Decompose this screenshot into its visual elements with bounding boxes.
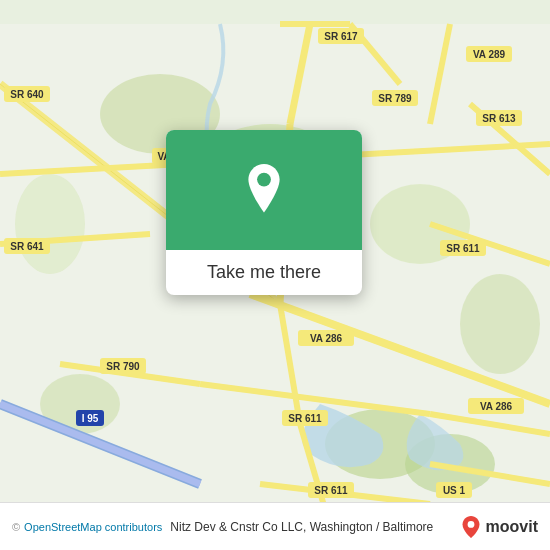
take-me-there-button[interactable]: Take me there	[182, 262, 346, 283]
popup-card: Take me there	[166, 130, 362, 295]
moovit-text: moovit	[486, 518, 538, 536]
svg-text:SR 613: SR 613	[482, 113, 516, 124]
svg-text:SR 640: SR 640	[10, 89, 44, 100]
svg-text:VA 286: VA 286	[310, 333, 343, 344]
svg-text:VA 289: VA 289	[473, 49, 506, 60]
svg-point-7	[15, 174, 85, 274]
svg-text:SR 611: SR 611	[288, 413, 322, 424]
svg-text:SR 789: SR 789	[378, 93, 412, 104]
svg-text:VA 286: VA 286	[480, 401, 513, 412]
svg-text:SR 617: SR 617	[324, 31, 358, 42]
svg-text:US 1: US 1	[443, 485, 466, 496]
map-container: SR 617 VA 289 SR 640 SR 789 SR 613 VA 2 …	[0, 0, 550, 550]
location-label: Nitz Dev & Cnstr Co LLC, Washington / Ba…	[170, 520, 433, 534]
popup-header	[166, 130, 362, 250]
svg-text:SR 790: SR 790	[106, 361, 140, 372]
moovit-logo: moovit	[460, 516, 538, 538]
attribution: © OpenStreetMap contributors Nitz Dev & …	[12, 520, 433, 534]
popup-bottom: Take me there	[166, 250, 362, 295]
moovit-pin-icon	[460, 516, 482, 538]
location-pin-icon	[238, 164, 290, 216]
svg-point-62	[467, 521, 474, 528]
svg-point-8	[460, 274, 540, 374]
svg-text:SR 641: SR 641	[10, 241, 44, 252]
svg-text:SR 611: SR 611	[446, 243, 480, 254]
osm-link[interactable]: OpenStreetMap contributors	[24, 521, 162, 533]
copyright-symbol: ©	[12, 521, 20, 533]
svg-text:I 95: I 95	[82, 413, 99, 424]
svg-text:SR 611: SR 611	[314, 485, 348, 496]
svg-point-61	[257, 173, 271, 187]
bottom-bar: © OpenStreetMap contributors Nitz Dev & …	[0, 502, 550, 550]
